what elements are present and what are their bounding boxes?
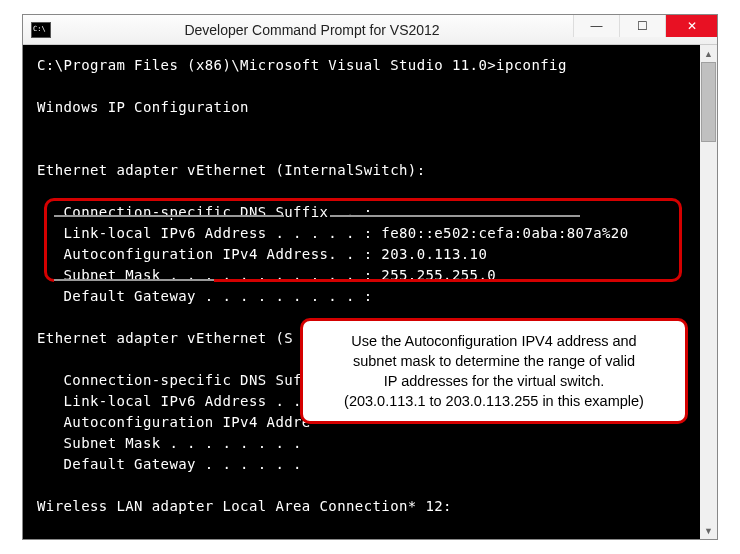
minimize-button[interactable]: —: [573, 15, 619, 37]
adapter2-autoconf: Autoconfiguration IPv4 Addre: [37, 414, 311, 430]
scroll-thumb[interactable]: [701, 62, 716, 142]
title-bar[interactable]: Developer Command Prompt for VS2012 — ☐ …: [23, 15, 717, 45]
callout-line: (203.0.113.1 to 203.0.113.255 in this ex…: [317, 391, 671, 411]
window-frame: Developer Command Prompt for VS2012 — ☐ …: [22, 14, 718, 540]
window-title: Developer Command Prompt for VS2012: [51, 22, 573, 38]
terminal-area[interactable]: C:\Program Files (x86)\Microsoft Visual …: [23, 45, 717, 539]
adapter2-subnet: Subnet Mask . . . . . . . .: [37, 435, 311, 451]
callout-line: Use the Autoconfiguration IPV4 address a…: [317, 331, 671, 351]
adapter2-linklocal: Link-local IPv6 Address . .: [37, 393, 311, 409]
adapter2-gateway: Default Gateway . . . . . .: [37, 456, 311, 472]
adapter2-title: Ethernet adapter vEthernet (S: [37, 330, 293, 346]
redaction-line: [54, 279, 214, 282]
vertical-scrollbar[interactable]: ▲ ▼: [700, 45, 717, 539]
terminal-output: C:\Program Files (x86)\Microsoft Visual …: [37, 55, 703, 539]
adapter1-linklocal: Link-local IPv6 Address . . . . . : fe80…: [37, 225, 629, 241]
prompt-line: C:\Program Files (x86)\Microsoft Visual …: [37, 57, 567, 73]
adapter3-title: Wireless LAN adapter Local Area Connecti…: [37, 498, 452, 514]
annotation-callout: Use the Autoconfiguration IPV4 address a…: [300, 318, 688, 424]
adapter1-gateway: Default Gateway . . . . . . . . . :: [37, 288, 373, 304]
redaction-line: [54, 215, 284, 218]
close-button[interactable]: ✕: [665, 15, 717, 37]
ip-config-header: Windows IP Configuration: [37, 99, 249, 115]
scroll-down-arrow[interactable]: ▼: [700, 522, 717, 539]
window-controls: — ☐ ✕: [573, 15, 717, 44]
adapter2-dns: Connection-specific DNS Suff: [37, 372, 311, 388]
redaction-line: [330, 215, 580, 218]
scroll-up-arrow[interactable]: ▲: [700, 45, 717, 62]
adapter1-autoconf: Autoconfiguration IPv4 Address. . : 203.…: [37, 246, 487, 262]
app-icon: [31, 22, 51, 38]
adapter1-title: Ethernet adapter vEthernet (InternalSwit…: [37, 162, 425, 178]
callout-line: subnet mask to determine the range of va…: [317, 351, 671, 371]
maximize-button[interactable]: ☐: [619, 15, 665, 37]
callout-line: IP addresses for the virtual switch.: [317, 371, 671, 391]
